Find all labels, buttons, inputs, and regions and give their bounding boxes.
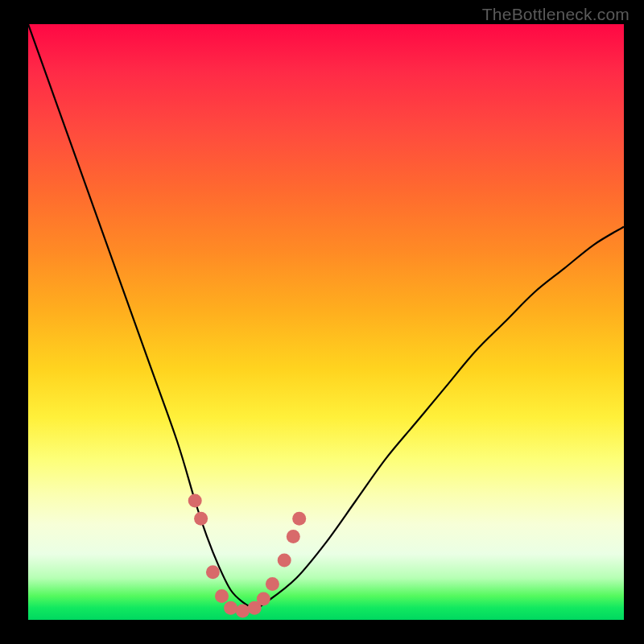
curve-marker: [278, 554, 291, 568]
curve-marker: [266, 577, 279, 591]
chart-frame: TheBottleneck.com: [0, 0, 644, 644]
curve-marker: [206, 565, 220, 579]
plot-area: [28, 24, 624, 620]
curve-marker: [236, 604, 250, 617]
curve-marker: [215, 589, 229, 603]
curve-marker: [188, 494, 202, 508]
curve-marker: [194, 512, 208, 526]
bottleneck-curve: [28, 24, 624, 608]
curve-marker: [257, 592, 270, 606]
curve-marker: [292, 512, 306, 526]
marker-group: [188, 494, 307, 618]
curve-marker: [224, 601, 237, 615]
curve-marker: [287, 530, 300, 543]
watermark-text: TheBottleneck.com: [482, 5, 630, 24]
curve-svg: [28, 24, 624, 620]
